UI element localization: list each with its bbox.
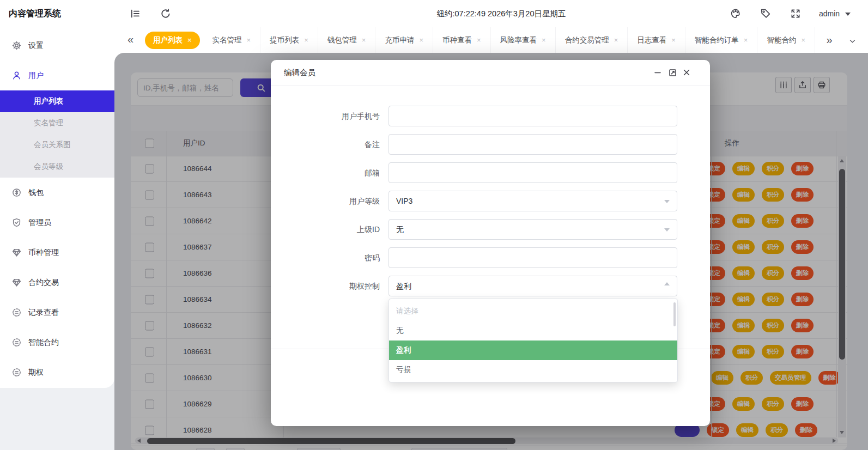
form-field-input[interactable] [389, 106, 677, 126]
tab-item[interactable]: 智能合约订单 × [685, 27, 758, 53]
sidebar-item-label: 合约交易 [28, 278, 59, 288]
select-arrow-icon [664, 200, 670, 203]
tab-close-icon[interactable]: × [187, 36, 192, 44]
sidebar-item[interactable]: 用户 [0, 60, 114, 90]
dropdown-option[interactable]: 请选择 [389, 301, 677, 321]
tab-item[interactable]: 用户列表 × [145, 32, 200, 49]
tabs-scroll-left-icon[interactable]: « [128, 27, 133, 52]
tab-close-icon[interactable]: × [542, 36, 546, 44]
dropdown-option[interactable]: 无 [389, 321, 677, 340]
tab-label: 提币列表 [270, 35, 299, 45]
select-arrow-icon [664, 282, 670, 285]
modal-title: 编辑会员 [284, 60, 315, 86]
sidebar-item[interactable]: 记录查看 [0, 297, 114, 327]
dropdown-option[interactable]: 盈利 [389, 340, 677, 360]
dropdown-scrollbar-thumb[interactable] [673, 302, 676, 326]
sidebar-item-label: 钱包 [28, 188, 44, 198]
sidebar-subitem[interactable]: 会员关系图 [0, 134, 114, 156]
coin-icon [12, 338, 21, 347]
form-field-label: 用户手机号 [271, 106, 380, 126]
gem-icon [12, 248, 21, 257]
tab-close-icon[interactable]: × [744, 36, 748, 44]
tab-item[interactable]: 合约交易管理 × [556, 27, 628, 53]
sidebar: 设置 用户 用户列表 实名管理 会员关系图 会员等级 [0, 27, 114, 388]
tab-item[interactable]: 日志查看 × [628, 27, 685, 53]
form-field-input[interactable] [389, 134, 677, 155]
sidebar-item[interactable]: 智能合约 [0, 327, 114, 357]
tab-item[interactable]: 实名管理 × [203, 27, 261, 53]
form-field-row: 密码 [271, 247, 710, 268]
tab-label: 智能合约 [767, 35, 796, 45]
tab-label: 风险率查看 [500, 35, 537, 45]
tab-close-icon[interactable]: × [419, 36, 423, 44]
tag-icon[interactable] [760, 8, 771, 19]
tab-label: 智能合约订单 [695, 35, 739, 45]
wallet-icon [12, 188, 21, 197]
sidebar-item-label: 设置 [28, 41, 44, 51]
form-field-input[interactable]: 无 [389, 219, 677, 240]
app-title: 内容管理系统 [9, 0, 61, 27]
user-caret-down-icon[interactable] [845, 13, 851, 19]
tab-close-icon[interactable]: × [614, 36, 618, 44]
close-icon[interactable] [681, 67, 692, 78]
tab-item[interactable]: 风险率查看 × [491, 27, 556, 53]
gear-icon [12, 41, 21, 50]
tab-item[interactable]: 币种查看 × [433, 27, 491, 53]
option-control-dropdown: 请选择 无 盈利 亏损 [389, 299, 678, 382]
tab-close-icon[interactable]: × [671, 36, 676, 44]
sidebar-subitem[interactable]: 实名管理 [0, 112, 114, 134]
tab-close-icon[interactable]: × [362, 36, 366, 44]
tab-label: 钱包管理 [327, 35, 357, 45]
form-field-label: 邮箱 [271, 162, 380, 183]
dropdown-options: 请选择 无 盈利 亏损 [389, 301, 677, 380]
coin-icon [12, 368, 21, 377]
tabs-scroll-right-icon[interactable]: » [820, 27, 839, 53]
user-menu[interactable]: admin [819, 0, 840, 27]
modal-form: 用户手机号 备注 邮箱 [271, 106, 710, 304]
tab-item[interactable]: 钱包管理 × [318, 27, 376, 53]
sidebar-item[interactable]: 合约交易 [0, 267, 114, 297]
sidebar-item[interactable]: 币种管理 [0, 238, 114, 267]
theme-palette-icon[interactable] [730, 8, 741, 19]
tab-item[interactable]: 智能合约 × [757, 27, 815, 53]
minimize-icon[interactable] [652, 67, 663, 78]
tab-bar: « 用户列表 × 实名管理 × 提币列表 × 钱包管理 × 充币申请 [114, 27, 868, 53]
tab-item[interactable]: 提币列表 × [260, 27, 318, 53]
sidebar-item-label: 币种管理 [28, 248, 59, 258]
sidebar-item-label: 用户 [28, 71, 44, 81]
tab-close-icon[interactable]: × [477, 36, 481, 44]
collapse-sidebar-icon[interactable] [130, 8, 141, 19]
sidebar-subitem[interactable]: 会员等级 [0, 156, 114, 178]
tab-close-icon[interactable]: × [801, 36, 805, 44]
sidebar-item[interactable]: 期权 [0, 357, 114, 387]
tab-item[interactable]: 充币申请 × [375, 27, 433, 53]
tab-close-icon[interactable]: × [247, 36, 251, 44]
sidebar-item[interactable]: 钱包 [0, 178, 114, 208]
form-field-input[interactable]: 盈利 [389, 276, 677, 296]
top-bar: 内容管理系统 纽约:07:22:49 2026年3月20日星期五 admin [0, 0, 868, 27]
maximize-icon[interactable] [667, 67, 678, 78]
refresh-icon[interactable] [160, 8, 171, 19]
form-field-label: 备注 [271, 134, 380, 155]
sidebar-item[interactable]: 设置 [0, 31, 114, 60]
tabs-row: 用户列表 × 实名管理 × 提币列表 × 钱包管理 × 充币申请 × [145, 27, 825, 53]
fullscreen-icon[interactable] [790, 8, 801, 19]
dropdown-option[interactable]: 亏损 [389, 360, 677, 380]
form-field-value: VIP3 [396, 191, 412, 211]
tab-close-icon[interactable]: × [304, 36, 308, 44]
sidebar-item-label: 管理员 [28, 218, 51, 228]
coin-icon [12, 308, 21, 317]
sidebar-item[interactable]: 管理员 [0, 208, 114, 238]
sidebar-item-label: 期权 [28, 368, 44, 378]
form-field-label: 用户等级 [271, 191, 380, 211]
form-field-input[interactable]: VIP3 [389, 191, 677, 211]
sidebar-subitem[interactable]: 用户列表 [0, 90, 114, 112]
form-field-row: 期权控制 盈利 [271, 276, 710, 296]
form-field-row: 上级ID 无 [271, 219, 710, 240]
user-icon [12, 71, 21, 80]
form-field-input[interactable] [389, 162, 677, 183]
form-field-row: 用户等级 VIP3 [271, 191, 710, 211]
form-field-input[interactable] [389, 247, 677, 268]
tabs-menu-chevron-down-icon[interactable] [843, 27, 861, 53]
form-field-label: 密码 [271, 247, 380, 268]
